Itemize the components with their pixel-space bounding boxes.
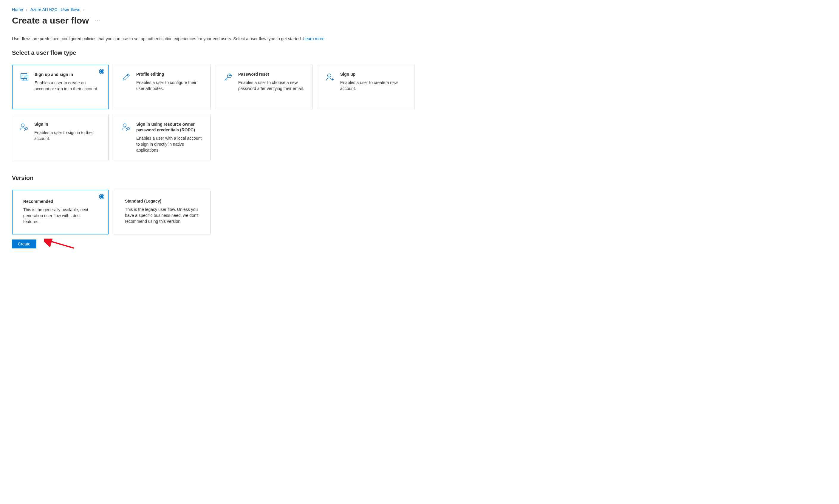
card-title: Sign up: [340, 71, 408, 77]
breadcrumb-path[interactable]: Azure AD B2C | User flows: [30, 7, 80, 12]
section-title-flow-type: Select a user flow type: [12, 50, 827, 56]
page-title-row: Create a user flow ···: [12, 16, 827, 25]
flow-type-grid: Sign up and sign in Enables a user to cr…: [12, 65, 827, 160]
card-desc: This is the legacy user flow. Unless you…: [125, 206, 200, 224]
section-title-version: Version: [12, 175, 827, 181]
flow-card-password-reset[interactable]: Password reset Enables a user to choose …: [216, 65, 312, 109]
chevron-right-icon: ›: [26, 7, 28, 12]
radio-selected-icon: [99, 194, 104, 199]
user-key-icon: [19, 122, 30, 132]
pencil-icon: [121, 71, 132, 82]
version-grid: Recommended This is the generally availa…: [12, 190, 827, 234]
chevron-right-icon: ›: [83, 7, 85, 12]
svg-point-4: [229, 75, 231, 76]
radio-selected-icon: [99, 69, 104, 74]
page-title: Create a user flow: [12, 16, 89, 25]
card-desc: Enables a user to choose a new password …: [238, 79, 306, 92]
card-title: Password reset: [238, 71, 306, 77]
svg-point-7: [25, 127, 28, 130]
signup-signin-icon: [19, 72, 30, 83]
footer-actions: Create: [12, 239, 827, 251]
card-desc: Enables a user with a local account to s…: [136, 135, 204, 154]
flow-card-profile-editing[interactable]: Profile editing Enables a user to config…: [114, 65, 210, 109]
card-title: Sign in using resource owner password cr…: [136, 122, 204, 133]
intro-body: User flows are predefined, configured po…: [12, 36, 303, 41]
intro-text: User flows are predefined, configured po…: [12, 36, 827, 41]
breadcrumb: Home › Azure AD B2C | User flows ›: [12, 7, 827, 12]
flow-card-ropc[interactable]: Sign in using resource owner password cr…: [114, 115, 210, 160]
card-title: Sign in: [34, 122, 102, 127]
version-card-standard-legacy[interactable]: Standard (Legacy) This is the legacy use…: [114, 190, 210, 234]
key-icon: [223, 71, 234, 82]
flow-card-signup[interactable]: Sign up Enables a user to create a new a…: [318, 65, 414, 109]
create-button[interactable]: Create: [12, 239, 36, 248]
svg-point-5: [328, 74, 331, 77]
svg-point-2: [24, 77, 26, 79]
user-plus-icon: [325, 71, 336, 82]
card-desc: Enables a user to create an account or s…: [35, 80, 101, 92]
version-card-recommended[interactable]: Recommended This is the generally availa…: [12, 190, 108, 234]
svg-point-6: [21, 124, 24, 127]
flow-card-signup-signin[interactable]: Sign up and sign in Enables a user to cr…: [12, 65, 108, 109]
svg-point-8: [123, 124, 126, 127]
card-desc: Enables a user to create a new account.: [340, 79, 408, 92]
breadcrumb-home[interactable]: Home: [12, 7, 23, 12]
card-title: Recommended: [23, 199, 97, 204]
flow-card-signin[interactable]: Sign in Enables a user to sign in to the…: [12, 115, 108, 160]
card-desc: Enables a user to configure their user a…: [136, 79, 204, 92]
learn-more-link[interactable]: Learn more.: [303, 36, 326, 41]
card-title: Standard (Legacy): [125, 198, 200, 204]
card-desc: Enables a user to sign in to their accou…: [34, 130, 102, 142]
card-desc: This is the generally available, next-ge…: [23, 207, 97, 225]
annotation-arrow-icon: [44, 239, 77, 251]
user-key-icon: [121, 122, 132, 132]
svg-point-9: [127, 127, 130, 130]
card-title: Sign up and sign in: [35, 72, 101, 77]
svg-line-10: [50, 241, 74, 248]
svg-point-3: [227, 74, 232, 78]
card-title: Profile editing: [136, 71, 204, 77]
more-actions-icon[interactable]: ···: [93, 16, 101, 25]
